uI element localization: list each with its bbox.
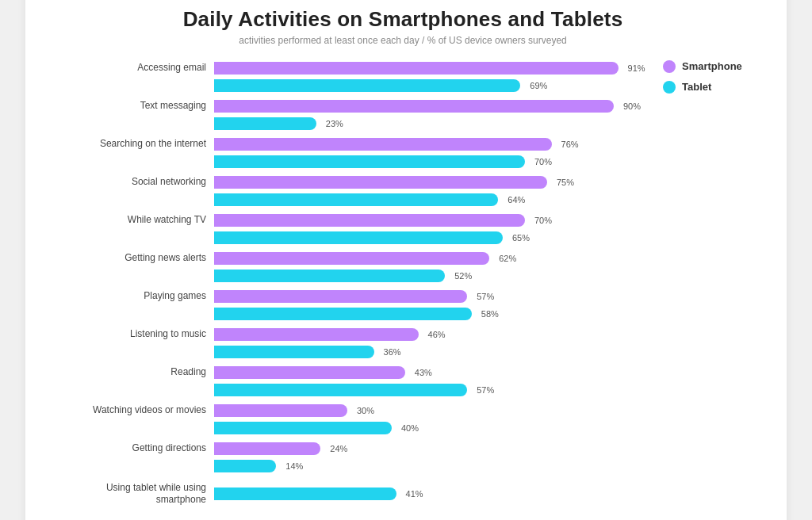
bar-track: 57% bbox=[214, 382, 655, 398]
chart-body: Accessing email91%69%Text messaging90%23… bbox=[48, 60, 758, 514]
bar-value: 70% bbox=[534, 157, 552, 166]
bar-group: Reading43%57% bbox=[48, 365, 655, 400]
bar-row-tablet: 57% bbox=[48, 382, 655, 398]
bar-group: Getting news alerts62%52% bbox=[48, 250, 655, 285]
bar-row-tablet: 40% bbox=[48, 420, 655, 436]
bar-fill-smartphone: 30% bbox=[214, 404, 347, 417]
bar-value: 76% bbox=[561, 140, 579, 149]
bar-fill-smartphone: 90% bbox=[214, 100, 614, 113]
bar-track: 75% bbox=[214, 174, 655, 190]
bar-track: 30% bbox=[214, 403, 655, 419]
bar-group: Social networking75%64% bbox=[48, 174, 655, 209]
bar-row-smartphone: Getting news alerts62% bbox=[48, 250, 655, 266]
bar-fill-tablet: 14% bbox=[214, 460, 276, 472]
bar-value: 75% bbox=[557, 178, 574, 187]
bar-label: Accessing email bbox=[48, 62, 214, 73]
bar-row-smartphone: Reading43% bbox=[48, 365, 655, 380]
bar-track: 41% bbox=[214, 479, 655, 509]
bar-track: 64% bbox=[214, 192, 655, 208]
bar-track: 62% bbox=[214, 250, 655, 266]
bar-track: 24% bbox=[214, 441, 655, 457]
bar-fill-smartphone: 62% bbox=[214, 252, 489, 265]
bar-value: 36% bbox=[384, 347, 401, 357]
bar-group: Playing games57%58% bbox=[48, 289, 655, 323]
bar-label: Using tablet while usingsmartphone bbox=[48, 480, 214, 508]
smartphone-label: Smartphone bbox=[682, 60, 742, 72]
bar-fill-smartphone: 57% bbox=[214, 290, 467, 303]
bar-row-smartphone: Accessing email91% bbox=[48, 60, 655, 76]
bar-row-tablet: Using tablet while usingsmartphone41% bbox=[48, 479, 655, 509]
bar-fill-tablet: 52% bbox=[214, 270, 445, 282]
bar-track: 14% bbox=[214, 458, 655, 474]
bar-value: 52% bbox=[454, 271, 472, 281]
bar-fill-tablet: 41% bbox=[214, 488, 396, 500]
bar-row-tablet: 52% bbox=[48, 268, 655, 284]
bar-value: 23% bbox=[326, 119, 343, 128]
bar-group: Text messaging90%23% bbox=[48, 98, 655, 133]
chart-subtitle: activities performed at least once each … bbox=[48, 35, 758, 46]
bar-value: 24% bbox=[330, 444, 347, 453]
bar-fill-tablet: 70% bbox=[214, 155, 525, 168]
bar-fill-tablet: 69% bbox=[214, 79, 520, 92]
bar-track: 76% bbox=[214, 136, 655, 152]
bar-fill-smartphone: 91% bbox=[214, 62, 619, 75]
bar-track: 40% bbox=[214, 420, 655, 436]
bar-row-tablet: 58% bbox=[48, 306, 655, 322]
bar-track: 70% bbox=[214, 154, 655, 170]
bar-track: 90% bbox=[214, 98, 655, 114]
bar-value: 90% bbox=[623, 101, 641, 111]
bar-track: 70% bbox=[214, 212, 655, 228]
bar-row-smartphone: Playing games57% bbox=[48, 289, 655, 304]
bar-track: 69% bbox=[214, 78, 655, 94]
bar-value: 57% bbox=[477, 385, 494, 395]
bar-label: Social networking bbox=[48, 176, 214, 187]
bar-value: 69% bbox=[530, 81, 547, 90]
bar-group: Watching videos or movies30%40% bbox=[48, 403, 655, 438]
bar-fill-tablet: 58% bbox=[214, 308, 472, 320]
bar-fill-smartphone: 46% bbox=[214, 328, 419, 341]
bar-value: 30% bbox=[357, 406, 374, 415]
bar-track: 91% bbox=[214, 60, 655, 76]
bar-label: While watching TV bbox=[48, 214, 214, 225]
bar-row-tablet: 70% bbox=[48, 154, 655, 170]
bar-value: 64% bbox=[508, 195, 525, 205]
bar-fill-smartphone: 24% bbox=[214, 442, 320, 455]
bar-value: 58% bbox=[481, 309, 499, 319]
bar-fill-tablet: 40% bbox=[214, 422, 392, 434]
bar-group: Accessing email91%69% bbox=[48, 60, 655, 95]
bar-value: 46% bbox=[428, 330, 446, 339]
bar-group: Listening to music46%36% bbox=[48, 327, 655, 361]
bar-value: 40% bbox=[401, 423, 419, 433]
bar-value: 70% bbox=[534, 216, 552, 225]
bar-row-tablet: 65% bbox=[48, 230, 655, 246]
bar-fill-tablet: 36% bbox=[214, 346, 374, 358]
bar-fill-tablet: 64% bbox=[214, 193, 498, 206]
chart-title: Daily Activities on Smartphones and Tabl… bbox=[48, 7, 758, 32]
bar-group: Using tablet while usingsmartphone41% bbox=[48, 479, 655, 510]
bar-track: 23% bbox=[214, 116, 655, 132]
bar-label: Getting directions bbox=[48, 442, 214, 453]
bar-label: Reading bbox=[48, 366, 214, 377]
bar-row-smartphone: Listening to music46% bbox=[48, 327, 655, 342]
bar-fill-smartphone: 75% bbox=[214, 176, 547, 189]
bar-row-smartphone: Text messaging90% bbox=[48, 98, 655, 114]
legend-tablet: Tablet bbox=[663, 81, 758, 94]
bar-value: 14% bbox=[285, 461, 303, 471]
bar-value: 62% bbox=[499, 254, 516, 263]
bar-group: While watching TV70%65% bbox=[48, 212, 655, 247]
bars-section: Accessing email91%69%Text messaging90%23… bbox=[48, 60, 655, 514]
bar-track: 58% bbox=[214, 306, 655, 322]
legend-section: Smartphone Tablet bbox=[655, 60, 758, 117]
bar-track: 46% bbox=[214, 327, 655, 342]
bar-label: Text messaging bbox=[48, 100, 214, 111]
tablet-label: Tablet bbox=[682, 81, 711, 93]
bar-label: Playing games bbox=[48, 290, 214, 301]
bar-fill-smartphone: 76% bbox=[214, 138, 552, 151]
chart-container: Daily Activities on Smartphones and Tabl… bbox=[25, 0, 787, 520]
bar-fill-smartphone: 70% bbox=[214, 214, 525, 227]
legend-smartphone: Smartphone bbox=[663, 60, 758, 73]
bar-label: Listening to music bbox=[48, 328, 214, 339]
bar-fill-tablet: 57% bbox=[214, 384, 467, 396]
bar-row-smartphone: While watching TV70% bbox=[48, 212, 655, 228]
bar-track: 65% bbox=[214, 230, 655, 246]
